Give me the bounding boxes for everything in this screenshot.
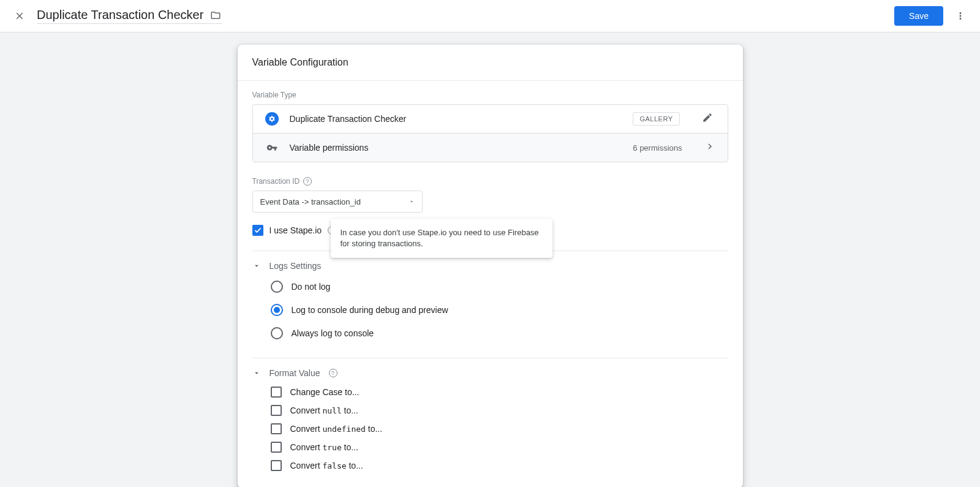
more-vert-icon: [955, 10, 966, 21]
chevron-down-icon: [252, 262, 261, 270]
format-option-label: Change Case to...: [290, 387, 360, 397]
logs-radio-group: Do not logLog to console during debug an…: [252, 277, 728, 343]
permissions-row[interactable]: Variable permissions 6 permissions: [253, 134, 728, 162]
format-checkbox[interactable]: [271, 423, 282, 434]
format-option-row[interactable]: Convert undefined to...: [271, 423, 728, 434]
format-checkbox[interactable]: [271, 460, 282, 471]
log-radio-option[interactable]: Always log to console: [271, 327, 728, 339]
card-title: Variable Configuration: [238, 45, 743, 81]
variable-type-icon: [265, 112, 279, 126]
stape-checkbox-label: I use Stape.io: [270, 225, 322, 235]
format-option-row[interactable]: Convert false to...: [271, 460, 728, 471]
radio-label: Do not log: [292, 282, 331, 292]
key-icon: [265, 142, 279, 153]
format-checkbox[interactable]: [271, 405, 282, 416]
radio-button[interactable]: [271, 304, 283, 316]
log-radio-option[interactable]: Log to console during debug and preview: [271, 304, 728, 316]
page-title: Duplicate Transaction Checker: [37, 8, 203, 22]
chevron-down-icon: [252, 369, 261, 377]
more-menu-button[interactable]: [948, 4, 973, 28]
config-card: Variable Configuration Variable Type Dup…: [238, 45, 743, 487]
format-option-row[interactable]: Convert true to...: [271, 442, 728, 453]
radio-button[interactable]: [271, 327, 283, 339]
edit-type-button[interactable]: [702, 112, 715, 126]
transaction-id-label: Transaction ID ?: [252, 177, 728, 186]
folder-icon: [209, 9, 222, 21]
format-section-label: Format Value: [270, 368, 320, 378]
transaction-id-select[interactable]: Event Data -> transaction_id: [252, 191, 423, 213]
logs-section-label: Logs Settings: [270, 261, 322, 271]
format-option-label: Convert true to...: [290, 442, 358, 452]
radio-label: Always log to console: [292, 328, 374, 338]
gallery-badge[interactable]: GALLERY: [633, 112, 679, 126]
variable-type-name: Duplicate Transaction Checker: [290, 114, 622, 124]
check-icon: [254, 226, 262, 235]
save-button[interactable]: Save: [894, 6, 943, 26]
help-icon[interactable]: ?: [303, 177, 312, 186]
format-checkbox-group: Change Case to...Convert null to...Conve…: [252, 384, 728, 471]
stape-tooltip: In case you don't use Stape.io you need …: [331, 219, 552, 258]
format-section-toggle[interactable]: Format Value ?: [252, 358, 728, 384]
title-input-wrap[interactable]: Duplicate Transaction Checker: [37, 8, 222, 24]
dropdown-icon: [409, 197, 415, 206]
radio-label: Log to console during debug and preview: [292, 305, 448, 315]
format-option-label: Convert null to...: [290, 406, 358, 415]
variable-type-row: Duplicate Transaction Checker GALLERY: [253, 105, 728, 134]
format-option-row[interactable]: Change Case to...: [271, 387, 728, 398]
variable-type-label: Variable Type: [252, 91, 728, 99]
format-option-label: Convert false to...: [290, 461, 363, 470]
stape-checkbox[interactable]: [252, 225, 263, 236]
permissions-count: 6 permissions: [633, 143, 682, 153]
pencil-icon: [702, 112, 713, 123]
format-option-row[interactable]: Convert null to...: [271, 405, 728, 416]
close-icon: [14, 10, 25, 21]
format-checkbox[interactable]: [271, 387, 282, 398]
format-checkbox[interactable]: [271, 442, 282, 453]
log-radio-option[interactable]: Do not log: [271, 281, 728, 293]
permissions-label: Variable permissions: [290, 143, 622, 153]
close-button[interactable]: [7, 4, 32, 28]
stape-checkbox-row[interactable]: I use Stape.io ? In case you don't use S…: [252, 225, 728, 236]
format-option-label: Convert undefined to...: [290, 424, 383, 434]
transaction-id-value: Event Data -> transaction_id: [260, 197, 361, 206]
radio-button[interactable]: [271, 281, 283, 293]
chevron-right-icon: [704, 141, 715, 154]
help-icon[interactable]: ?: [329, 369, 337, 377]
top-bar: Duplicate Transaction Checker Save: [0, 0, 980, 32]
